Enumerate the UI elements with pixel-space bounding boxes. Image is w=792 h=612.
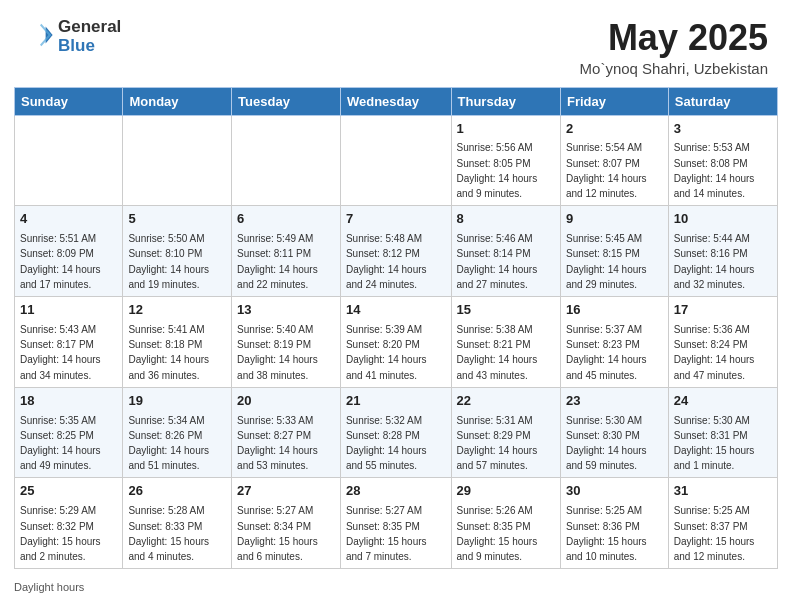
day-number: 5 <box>128 210 226 229</box>
day-number: 17 <box>674 301 772 320</box>
day-info: Sunrise: 5:35 AM Sunset: 8:25 PM Dayligh… <box>20 415 101 472</box>
calendar-cell: 15Sunrise: 5:38 AM Sunset: 8:21 PM Dayli… <box>451 297 560 388</box>
calendar-cell: 25Sunrise: 5:29 AM Sunset: 8:32 PM Dayli… <box>15 478 123 569</box>
day-info: Sunrise: 5:27 AM Sunset: 8:35 PM Dayligh… <box>346 505 427 562</box>
day-number: 8 <box>457 210 555 229</box>
day-info: Sunrise: 5:28 AM Sunset: 8:33 PM Dayligh… <box>128 505 209 562</box>
day-number: 1 <box>457 120 555 139</box>
calendar-cell: 13Sunrise: 5:40 AM Sunset: 8:19 PM Dayli… <box>232 297 341 388</box>
day-header-monday: Monday <box>123 87 232 115</box>
day-number: 6 <box>237 210 335 229</box>
day-info: Sunrise: 5:38 AM Sunset: 8:21 PM Dayligh… <box>457 324 538 381</box>
day-number: 25 <box>20 482 117 501</box>
day-info: Sunrise: 5:41 AM Sunset: 8:18 PM Dayligh… <box>128 324 209 381</box>
day-info: Sunrise: 5:29 AM Sunset: 8:32 PM Dayligh… <box>20 505 101 562</box>
day-number: 18 <box>20 392 117 411</box>
svg-marker-1 <box>40 23 51 45</box>
calendar-cell: 28Sunrise: 5:27 AM Sunset: 8:35 PM Dayli… <box>340 478 451 569</box>
footer-note: Daylight hours <box>0 579 792 599</box>
day-info: Sunrise: 5:30 AM Sunset: 8:31 PM Dayligh… <box>674 415 755 472</box>
day-header-sunday: Sunday <box>15 87 123 115</box>
calendar-cell: 2Sunrise: 5:54 AM Sunset: 8:07 PM Daylig… <box>560 115 668 206</box>
day-number: 3 <box>674 120 772 139</box>
day-info: Sunrise: 5:27 AM Sunset: 8:34 PM Dayligh… <box>237 505 318 562</box>
day-info: Sunrise: 5:31 AM Sunset: 8:29 PM Dayligh… <box>457 415 538 472</box>
day-number: 19 <box>128 392 226 411</box>
calendar-cell: 17Sunrise: 5:36 AM Sunset: 8:24 PM Dayli… <box>668 297 777 388</box>
day-number: 22 <box>457 392 555 411</box>
day-number: 24 <box>674 392 772 411</box>
calendar-cell: 20Sunrise: 5:33 AM Sunset: 8:27 PM Dayli… <box>232 387 341 478</box>
day-number: 11 <box>20 301 117 320</box>
calendar-cell: 24Sunrise: 5:30 AM Sunset: 8:31 PM Dayli… <box>668 387 777 478</box>
calendar-cell <box>340 115 451 206</box>
calendar-cell: 29Sunrise: 5:26 AM Sunset: 8:35 PM Dayli… <box>451 478 560 569</box>
calendar-cell: 10Sunrise: 5:44 AM Sunset: 8:16 PM Dayli… <box>668 206 777 297</box>
day-info: Sunrise: 5:25 AM Sunset: 8:36 PM Dayligh… <box>566 505 647 562</box>
calendar-cell: 9Sunrise: 5:45 AM Sunset: 8:15 PM Daylig… <box>560 206 668 297</box>
day-info: Sunrise: 5:26 AM Sunset: 8:35 PM Dayligh… <box>457 505 538 562</box>
day-header-friday: Friday <box>560 87 668 115</box>
day-info: Sunrise: 5:50 AM Sunset: 8:10 PM Dayligh… <box>128 233 209 290</box>
day-number: 14 <box>346 301 446 320</box>
day-number: 10 <box>674 210 772 229</box>
month-title: May 2025 <box>580 18 768 58</box>
day-info: Sunrise: 5:49 AM Sunset: 8:11 PM Dayligh… <box>237 233 318 290</box>
day-info: Sunrise: 5:34 AM Sunset: 8:26 PM Dayligh… <box>128 415 209 472</box>
calendar-cell: 3Sunrise: 5:53 AM Sunset: 8:08 PM Daylig… <box>668 115 777 206</box>
calendar-week-4: 18Sunrise: 5:35 AM Sunset: 8:25 PM Dayli… <box>15 387 778 478</box>
calendar-cell <box>15 115 123 206</box>
logo-line2: Blue <box>58 37 121 56</box>
logo-line1: General <box>58 18 121 37</box>
calendar-cell: 1Sunrise: 5:56 AM Sunset: 8:05 PM Daylig… <box>451 115 560 206</box>
day-info: Sunrise: 5:48 AM Sunset: 8:12 PM Dayligh… <box>346 233 427 290</box>
calendar-cell: 21Sunrise: 5:32 AM Sunset: 8:28 PM Dayli… <box>340 387 451 478</box>
day-info: Sunrise: 5:37 AM Sunset: 8:23 PM Dayligh… <box>566 324 647 381</box>
logo: General Blue <box>24 18 121 55</box>
day-number: 2 <box>566 120 663 139</box>
day-number: 13 <box>237 301 335 320</box>
day-number: 30 <box>566 482 663 501</box>
day-number: 29 <box>457 482 555 501</box>
calendar-cell: 22Sunrise: 5:31 AM Sunset: 8:29 PM Dayli… <box>451 387 560 478</box>
day-info: Sunrise: 5:56 AM Sunset: 8:05 PM Dayligh… <box>457 142 538 199</box>
day-info: Sunrise: 5:51 AM Sunset: 8:09 PM Dayligh… <box>20 233 101 290</box>
calendar-cell: 6Sunrise: 5:49 AM Sunset: 8:11 PM Daylig… <box>232 206 341 297</box>
day-info: Sunrise: 5:40 AM Sunset: 8:19 PM Dayligh… <box>237 324 318 381</box>
day-info: Sunrise: 5:25 AM Sunset: 8:37 PM Dayligh… <box>674 505 755 562</box>
day-number: 9 <box>566 210 663 229</box>
calendar-cell: 23Sunrise: 5:30 AM Sunset: 8:30 PM Dayli… <box>560 387 668 478</box>
day-header-thursday: Thursday <box>451 87 560 115</box>
day-number: 4 <box>20 210 117 229</box>
calendar-week-2: 4Sunrise: 5:51 AM Sunset: 8:09 PM Daylig… <box>15 206 778 297</box>
day-number: 15 <box>457 301 555 320</box>
calendar-cell: 4Sunrise: 5:51 AM Sunset: 8:09 PM Daylig… <box>15 206 123 297</box>
day-info: Sunrise: 5:30 AM Sunset: 8:30 PM Dayligh… <box>566 415 647 472</box>
day-info: Sunrise: 5:54 AM Sunset: 8:07 PM Dayligh… <box>566 142 647 199</box>
calendar-cell: 14Sunrise: 5:39 AM Sunset: 8:20 PM Dayli… <box>340 297 451 388</box>
location: Mo`ynoq Shahri, Uzbekistan <box>580 60 768 77</box>
calendar-cell: 31Sunrise: 5:25 AM Sunset: 8:37 PM Dayli… <box>668 478 777 569</box>
day-number: 27 <box>237 482 335 501</box>
calendar-cell <box>123 115 232 206</box>
calendar-cell: 11Sunrise: 5:43 AM Sunset: 8:17 PM Dayli… <box>15 297 123 388</box>
calendar-cell: 7Sunrise: 5:48 AM Sunset: 8:12 PM Daylig… <box>340 206 451 297</box>
day-info: Sunrise: 5:44 AM Sunset: 8:16 PM Dayligh… <box>674 233 755 290</box>
calendar-cell: 5Sunrise: 5:50 AM Sunset: 8:10 PM Daylig… <box>123 206 232 297</box>
calendar-cell: 16Sunrise: 5:37 AM Sunset: 8:23 PM Dayli… <box>560 297 668 388</box>
calendar-table: SundayMondayTuesdayWednesdayThursdayFrid… <box>14 87 778 570</box>
calendar-cell: 26Sunrise: 5:28 AM Sunset: 8:33 PM Dayli… <box>123 478 232 569</box>
day-info: Sunrise: 5:45 AM Sunset: 8:15 PM Dayligh… <box>566 233 647 290</box>
day-info: Sunrise: 5:46 AM Sunset: 8:14 PM Dayligh… <box>457 233 538 290</box>
day-header-saturday: Saturday <box>668 87 777 115</box>
calendar-week-5: 25Sunrise: 5:29 AM Sunset: 8:32 PM Dayli… <box>15 478 778 569</box>
calendar-cell: 8Sunrise: 5:46 AM Sunset: 8:14 PM Daylig… <box>451 206 560 297</box>
calendar-header: SundayMondayTuesdayWednesdayThursdayFrid… <box>15 87 778 115</box>
day-header-wednesday: Wednesday <box>340 87 451 115</box>
day-info: Sunrise: 5:33 AM Sunset: 8:27 PM Dayligh… <box>237 415 318 472</box>
day-number: 23 <box>566 392 663 411</box>
day-number: 16 <box>566 301 663 320</box>
day-number: 7 <box>346 210 446 229</box>
day-number: 12 <box>128 301 226 320</box>
day-info: Sunrise: 5:53 AM Sunset: 8:08 PM Dayligh… <box>674 142 755 199</box>
